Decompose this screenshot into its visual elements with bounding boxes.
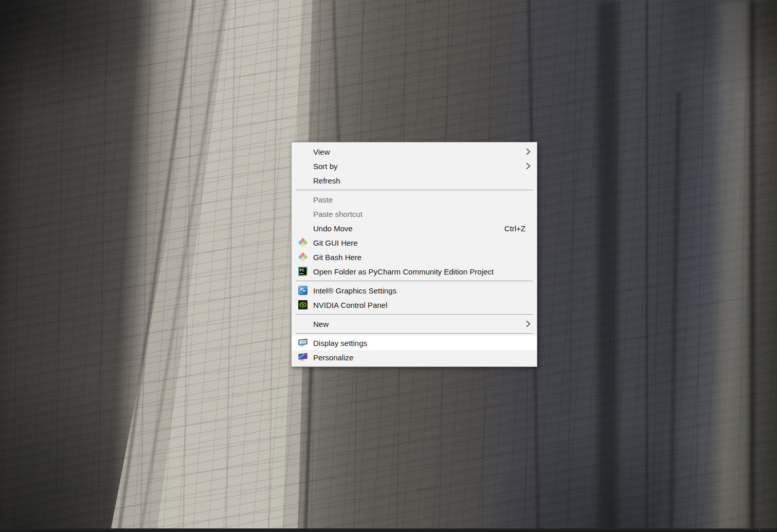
menu-item-icon-slot [298, 147, 308, 156]
git-icon [298, 238, 308, 247]
menu-item-icon-slot [298, 209, 308, 218]
menu-item-intel-graphics-settings[interactable]: Intel® Graphics Settings [292, 283, 537, 298]
svg-text:PC: PC [300, 268, 304, 272]
git-icon [298, 252, 308, 262]
menu-item-view[interactable]: View [292, 144, 537, 159]
menu-item-undo-move[interactable]: Undo Move Ctrl+Z [292, 221, 537, 235]
chevron-right-icon [526, 148, 531, 156]
menu-item-personalize[interactable]: Personalize [292, 350, 537, 364]
menu-item-label: NVIDIA Control Panel [313, 301, 387, 309]
intel-graphics-icon [298, 286, 308, 295]
menu-item-icon-slot [298, 176, 308, 185]
menu-item-label: Git Bash Here [313, 253, 362, 262]
menu-item-label: Paste [313, 195, 333, 204]
personalize-icon [298, 353, 308, 362]
menu-item-label: Open Folder as PyCharm Community Edition… [313, 267, 494, 276]
display-settings-icon [298, 338, 308, 347]
context-menu: View Sort by Refresh Paste Paste shortcu… [291, 142, 537, 367]
menu-item-refresh[interactable]: Refresh [292, 173, 537, 188]
menu-item-shortcut: Ctrl+Z [504, 224, 526, 233]
menu-item-git-bash-here[interactable]: Git Bash Here [292, 250, 537, 264]
menu-separator [296, 281, 533, 281]
menu-item-display-settings[interactable]: Display settings [292, 336, 537, 350]
menu-item-icon-slot [298, 224, 308, 233]
menu-item-label: Paste shortcut [313, 210, 363, 218]
menu-item-nvidia-control-panel[interactable]: NVIDIA Control Panel [292, 298, 537, 312]
menu-separator [296, 314, 533, 315]
taskbar-edge[interactable] [0, 528, 777, 532]
menu-item-label: Intel® Graphics Settings [313, 286, 396, 295]
menu-item-label: Undo Move [313, 224, 353, 233]
menu-item-icon-slot [298, 319, 308, 328]
chevron-right-icon [526, 162, 531, 170]
menu-item-label: Git GUI Here [313, 239, 358, 247]
menu-item-git-gui-here[interactable]: Git GUI Here [292, 235, 537, 250]
menu-item-icon-slot [298, 195, 308, 204]
menu-item-new[interactable]: New [292, 317, 537, 331]
menu-separator [296, 190, 533, 190]
menu-item-label: New [313, 320, 329, 328]
menu-item-paste-shortcut: Paste shortcut [292, 207, 537, 221]
pycharm-icon: PC [298, 267, 308, 276]
menu-item-label: Sort by [313, 162, 338, 171]
nvidia-icon [298, 300, 308, 309]
menu-separator [296, 333, 533, 334]
menu-item-paste: Paste [292, 192, 537, 207]
menu-item-open-folder-as-pycharm-community-edition-project[interactable]: PC Open Folder as PyCharm Community Edit… [292, 264, 537, 279]
menu-item-label: View [313, 148, 330, 156]
menu-item-label: Personalize [313, 353, 353, 362]
chevron-right-icon [526, 320, 531, 328]
menu-item-sort-by[interactable]: Sort by [292, 159, 537, 173]
menu-item-icon-slot [298, 161, 308, 171]
menu-item-label: Display settings [313, 339, 367, 347]
taskbar-divider [760, 528, 760, 532]
menu-item-label: Refresh [313, 176, 340, 185]
